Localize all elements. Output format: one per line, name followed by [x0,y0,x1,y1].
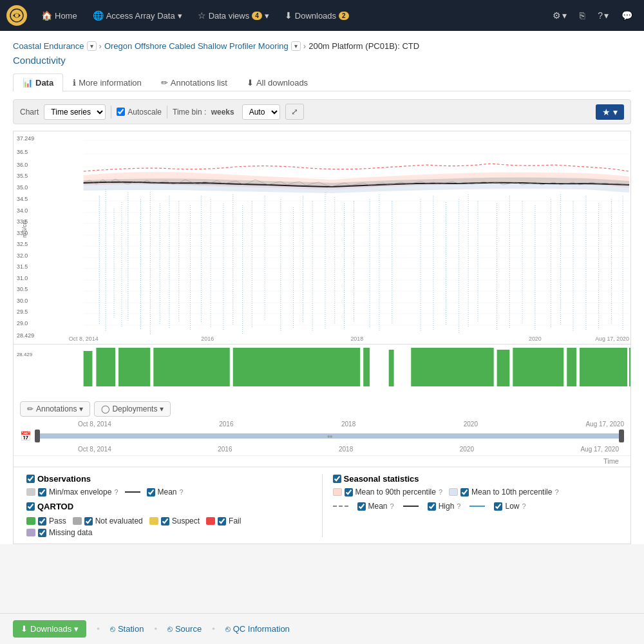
timebin-label: Time bin : weeks [173,108,237,117]
chart-type-select[interactable]: Time series [44,104,106,120]
tab-data-icon: 📊 [23,78,33,88]
qartod-checkbox[interactable] [26,502,35,511]
deployments-button[interactable]: ◯ Deployments ▾ [94,401,171,417]
timeline-2016: 2016 [219,421,233,428]
high-checkbox[interactable] [428,502,436,511]
mean90-checkbox[interactable] [345,488,353,497]
svg-rect-101 [580,348,627,386]
downloads-btn-icon: ⬇ [21,624,28,634]
globe-icon: 🌐 [93,10,104,21]
missing-checkbox[interactable] [38,529,46,537]
breadcrumb-level2[interactable]: Oregon Offshore Cabled Shallow Profiler … [104,41,289,51]
annotations-button[interactable]: ✏ Annotations ▾ [20,401,90,417]
mini-chart: 28.429 [14,344,630,399]
source-link[interactable]: ⎋ Source [167,624,202,634]
qc-link[interactable]: ⎋ QC Information [225,624,290,634]
legend-mean-90: Mean to 90th percentile ? [333,488,443,497]
pass-checkbox[interactable] [38,517,46,526]
svg-rect-94 [233,348,361,386]
timebin-select[interactable]: Auto [242,104,280,120]
expand-button[interactable]: ⤢ [285,104,304,120]
svg-point-1 [15,14,19,17]
main-content: Coastal Endurance ▾ › Oregon Offshore Ca… [0,31,644,544]
seasonal-checkbox[interactable] [333,475,341,483]
slider-handle-right[interactable] [619,430,624,442]
chat-icon: 💬 [621,10,632,21]
svg-text:35.5: 35.5 [17,173,28,179]
tab-all-downloads[interactable]: ⬇ All downloads [237,73,317,91]
tab-annotations[interactable]: ✏ Annotations list [151,73,237,91]
svg-rect-93 [153,348,230,386]
share-button[interactable]: ⎘ [574,6,590,24]
tab-more-info[interactable]: ℹ More information [63,73,151,91]
dropdown-arrow-icon: ▾ [178,11,182,21]
legend-seasonal-mean: Mean ? [357,502,394,511]
ooi-logo [6,5,27,26]
svg-rect-98 [497,350,510,386]
pencil-icon2: ✏ [27,404,33,413]
pass-swatch [26,517,35,525]
favorite-button[interactable]: ★ ▾ [596,104,624,120]
svg-text:31.0: 31.0 [17,275,28,281]
help-icon: ? [598,10,603,21]
minmax-checkbox[interactable] [38,488,46,497]
all-downloads-icon: ⬇ [247,78,254,88]
high-line-swatch [403,506,419,507]
qartod-title: QARTOD [26,502,73,511]
svg-text:29.0: 29.0 [17,320,28,327]
tab-data[interactable]: 📊 Data [13,73,63,91]
fail-checkbox[interactable] [218,517,226,526]
svg-rect-91 [96,348,115,386]
legend-pass: Pass [26,516,66,526]
svg-text:37.249: 37.249 [17,135,34,142]
qartod-section: QARTOD Pass No [26,502,312,537]
nav-data-views[interactable]: ☆ Data views 4 ▾ [191,6,276,24]
svg-rect-102 [629,348,630,386]
svg-text:Oct 8, 2014: Oct 8, 2014 [69,336,99,342]
chat-button[interactable]: 💬 [616,6,638,24]
breadcrumb-level1[interactable]: Coastal Endurance [13,41,84,51]
slider-handle-left[interactable] [35,430,40,442]
settings-button[interactable]: ⚙ ▾ [547,6,572,24]
download-icon: ⬇ [285,10,292,21]
downloads-button[interactable]: ⬇ Downloads ▾ [13,620,86,638]
autoscale-checkbox[interactable] [117,108,125,116]
low-checkbox[interactable] [494,502,502,511]
nav-home[interactable]: 🏠 Home [35,6,84,24]
station-icon: ⎋ [110,624,115,634]
legend-minmax: Min/max envelope ? [26,488,118,497]
seasonal-mean-checkbox[interactable] [357,502,366,511]
mean-checkbox[interactable] [147,488,155,497]
bottom-sep3: • [212,624,215,634]
mean90-help-icon: ? [439,488,442,496]
breadcrumb-level1-dropdown[interactable]: ▾ [87,41,97,51]
timeline-end: Aug 17, 2020 [585,421,624,428]
svg-rect-96 [389,350,394,386]
gear-icon: ⚙ [553,10,561,21]
nav-access-array-data[interactable]: 🌐 Access Array Data ▾ [86,6,189,24]
settings-arrow: ▾ [562,10,567,21]
annotation-buttons: ✏ Annotations ▾ ◯ Deployments ▾ [14,399,630,419]
bottom-sep2: • [154,624,157,634]
calendar-icon: 📅 [20,431,31,441]
breadcrumb-level2-dropdown[interactable]: ▾ [291,41,301,51]
seasonal-mean-dashed [333,506,348,507]
legend-mean: Mean ? [147,488,184,497]
toolbar-right: ★ ▾ [596,104,624,120]
timeline-2020: 2020 [464,421,478,428]
station-link[interactable]: ⎋ Station [110,624,144,634]
nav-downloads[interactable]: ⬇ Downloads 2 [278,6,355,24]
mean10-swatch [449,488,458,496]
autoscale-label: Autoscale [117,108,162,117]
svg-text:32.5: 32.5 [17,241,28,247]
timeline-start: Oct 8, 2014 [78,421,111,428]
svg-rect-95 [363,348,370,386]
help-button[interactable]: ? ▾ [592,6,614,24]
suspect-checkbox[interactable] [161,517,169,526]
svg-text:36.0: 36.0 [17,162,28,168]
tabs-container: 📊 Data ℹ More information ✏ Annotations … [13,73,631,91]
help-arrow: ▾ [604,10,609,21]
mean10-checkbox[interactable] [460,488,469,497]
not-eval-checkbox[interactable] [84,517,93,526]
observations-checkbox[interactable] [26,475,35,483]
